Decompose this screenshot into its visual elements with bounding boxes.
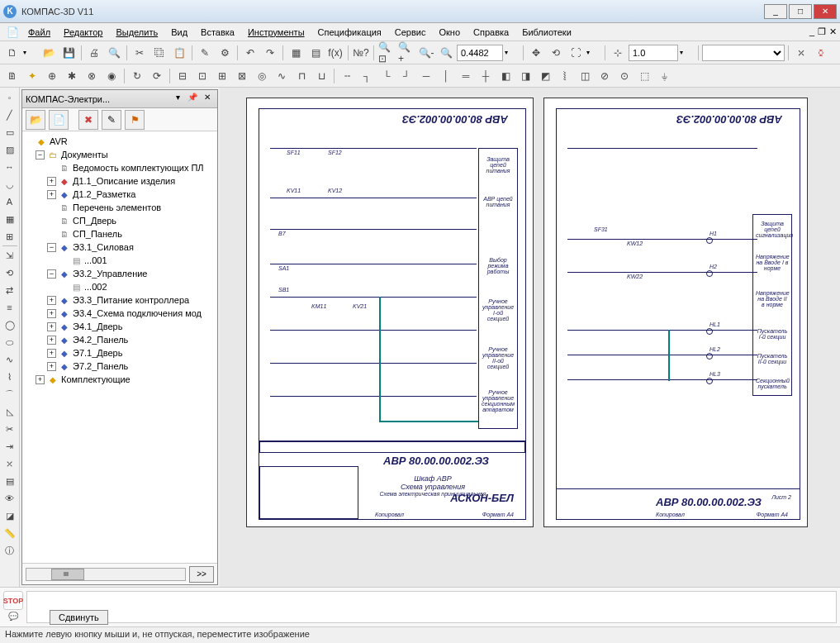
stop-button[interactable]: STOP (3, 591, 23, 610)
tree-item[interactable]: +◆Э7.1_Дверь (24, 346, 216, 360)
vtool-extend-icon[interactable]: ⇥ (2, 438, 18, 455)
menu-window[interactable]: Окно (432, 26, 467, 39)
collapse-icon[interactable]: − (47, 243, 56, 252)
menu-libs[interactable]: Библиотеки (515, 26, 578, 39)
magnet-icon[interactable]: ⧲ (812, 44, 830, 62)
step-dropdown[interactable]: ▾ (680, 49, 695, 56)
paste-button[interactable]: 📋 (170, 44, 188, 62)
prompt-icon[interactable]: 💬 (3, 612, 23, 623)
redo-button[interactable]: ↷ (261, 44, 279, 62)
terminal-b-icon[interactable]: ◨ (516, 67, 534, 85)
panel-go-button[interactable]: >> (189, 566, 214, 583)
component-e-icon[interactable]: ◎ (253, 67, 271, 85)
vtool-mirror-icon[interactable]: ⇄ (2, 282, 18, 298)
zoom-prev-button[interactable]: ⟲ (547, 44, 565, 62)
state-select[interactable] (702, 45, 785, 61)
vtool-grid-icon[interactable]: ⊞ (2, 228, 18, 245)
save-button[interactable]: 💾 (59, 44, 78, 62)
undo-button[interactable]: ↶ (241, 44, 259, 62)
command-input-area[interactable] (26, 591, 837, 623)
doc-button[interactable]: 🗎 (3, 67, 21, 85)
menu-spec[interactable]: Спецификация (311, 26, 388, 39)
vtool-text-icon[interactable]: A (2, 193, 18, 210)
expand-icon[interactable]: + (47, 296, 56, 305)
fit-dropdown[interactable]: ▾ (586, 49, 601, 56)
crosshair-icon[interactable]: ⊕ (43, 67, 61, 85)
preview-button[interactable]: 🔍 (105, 44, 123, 62)
panel-new-icon[interactable]: 📄 (49, 110, 69, 130)
component-g-icon[interactable]: ⊓ (292, 67, 311, 85)
vtool-line-icon[interactable]: ╱ (2, 107, 18, 123)
menu-select[interactable]: Выделить (109, 26, 164, 39)
wire-b-icon[interactable]: ┐ (358, 67, 376, 85)
tree-item[interactable]: 🗎СП_Дверь (24, 214, 216, 227)
break-button[interactable]: ⤫ (792, 44, 810, 62)
vtool-table-icon[interactable]: ▦ (2, 211, 18, 227)
terminal-a-icon[interactable]: ◧ (496, 67, 515, 85)
vtool-spline-icon[interactable]: ∿ (2, 351, 18, 368)
junction-icon[interactable]: ┼ (477, 67, 495, 85)
variables-button[interactable]: f(x) (326, 44, 344, 62)
vtool-bezier-icon[interactable]: ⌇ (2, 369, 18, 385)
menu-edit[interactable]: Редактор (57, 26, 109, 39)
wire-d-icon[interactable]: ┘ (397, 67, 415, 85)
vtool-fillet-icon[interactable]: ⌒ (2, 386, 18, 402)
snap-button[interactable]: ⊹ (609, 44, 627, 62)
vtool-move-icon[interactable]: ⇲ (2, 247, 18, 264)
app-menu-icon[interactable]: 📄 (3, 23, 21, 41)
expand-icon[interactable]: + (47, 336, 56, 345)
fit-button[interactable]: ⛶ (567, 44, 585, 62)
vtool-break-icon[interactable]: ⤫ (2, 455, 18, 472)
collapse-icon[interactable]: − (36, 150, 45, 160)
plug-icon[interactable]: ⊙ (615, 67, 634, 85)
panel-dropdown-button[interactable]: ▾ (171, 93, 184, 106)
expand-icon[interactable]: + (47, 349, 56, 358)
component-h-icon[interactable]: ⊔ (312, 67, 330, 85)
tree-root[interactable]: ◆AVR (24, 135, 216, 148)
tree-item[interactable]: 🗎Перечень элементов (24, 201, 216, 214)
wire-e-icon[interactable]: ─ (417, 67, 435, 85)
scrollbar-thumb[interactable]: III (51, 569, 84, 580)
properties-button[interactable]: ⚙ (216, 44, 234, 62)
print-button[interactable]: 🖨 (85, 44, 103, 62)
menu-service[interactable]: Сервис (388, 26, 433, 39)
new-dropdown[interactable]: ▾ (23, 49, 38, 56)
tree-item[interactable]: +◆Э3.4_Схема подключения мод (24, 307, 216, 320)
expand-icon[interactable]: + (47, 362, 56, 371)
expand-icon[interactable]: + (47, 190, 56, 199)
refresh-icon[interactable]: ↻ (128, 67, 146, 85)
zoom-out-button[interactable]: 🔍- (417, 44, 435, 62)
mdi-minimize-button[interactable]: _ (809, 26, 814, 37)
expand-icon[interactable]: + (47, 177, 56, 186)
vtool-measure-icon[interactable]: 📏 (2, 525, 18, 541)
component-b-icon[interactable]: ⊡ (193, 67, 211, 85)
panel-flag-icon[interactable]: ⚑ (125, 110, 145, 130)
vtool-view-icon[interactable]: 👁 (2, 490, 18, 507)
vtool-info-icon[interactable]: ⓘ (2, 542, 18, 559)
help-button[interactable]: №? (352, 44, 370, 62)
vtool-arc-icon[interactable]: ◡ (2, 176, 18, 193)
zoom-dropdown[interactable]: ▾ (505, 49, 520, 56)
menu-tools[interactable]: Инструменты (241, 26, 311, 39)
vtool-ellipse-icon[interactable]: ⬭ (2, 334, 18, 350)
cut-button[interactable]: ✂ (131, 44, 149, 62)
intersect-icon[interactable]: ✱ (63, 67, 81, 85)
vtool-trim-icon[interactable]: ✂ (2, 421, 18, 437)
pan-button[interactable]: ✥ (527, 44, 545, 62)
drawing-canvas[interactable]: АВР 80.00.00.002.ЭЗ Защита цепей питания… (220, 88, 840, 587)
ground-icon[interactable]: ⏚ (655, 67, 673, 85)
vtool-dim-icon[interactable]: ↔ (2, 159, 18, 175)
cable-icon[interactable]: ⦚ (556, 67, 574, 85)
panel-delete-icon[interactable]: ✖ (78, 110, 98, 130)
tree-documents[interactable]: −🗀Документы (24, 148, 216, 161)
shield-icon[interactable]: ⬚ (635, 67, 653, 85)
tree-item[interactable]: +◆Э3.3_Питание контроллера (24, 293, 216, 307)
open-button[interactable]: 📂 (40, 44, 58, 62)
copy-button[interactable]: ⿻ (150, 44, 168, 62)
panel-close-button[interactable]: ✕ (201, 93, 214, 106)
library-button[interactable]: ▤ (306, 44, 325, 62)
panel-scrollbar[interactable]: III (26, 568, 186, 581)
step-input[interactable] (629, 45, 678, 61)
zoom-window-button[interactable]: 🔍⊡ (377, 44, 396, 62)
star-point-icon[interactable]: ✦ (23, 67, 41, 85)
